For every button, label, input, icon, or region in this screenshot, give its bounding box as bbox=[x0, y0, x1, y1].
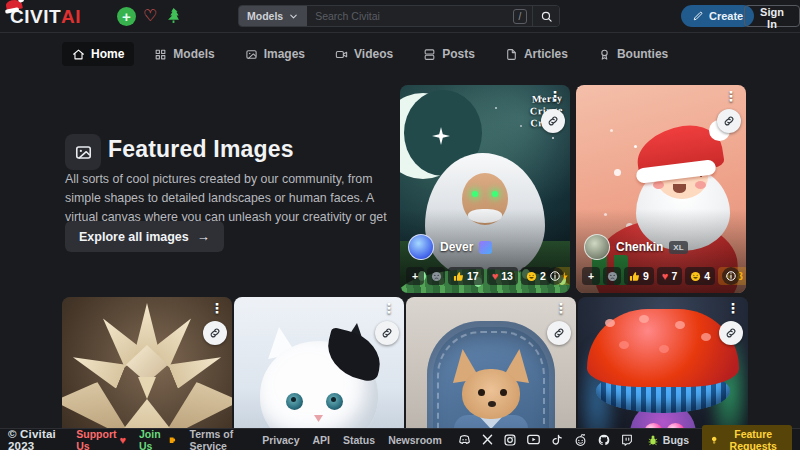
heart-icon: ♥ bbox=[119, 434, 126, 446]
image-icon bbox=[245, 48, 258, 61]
grid-icon bbox=[154, 48, 167, 61]
mushroom-cap bbox=[587, 309, 739, 387]
tab-articles[interactable]: Articles bbox=[495, 42, 578, 66]
avatar bbox=[408, 234, 434, 260]
link-icon bbox=[381, 327, 393, 339]
laugh-icon bbox=[526, 271, 537, 282]
user-badge bbox=[479, 241, 492, 254]
dog-head-shape bbox=[462, 369, 520, 419]
tab-images[interactable]: Images bbox=[235, 42, 315, 66]
tab-label: Models bbox=[173, 47, 214, 61]
reaction-cry[interactable] bbox=[427, 267, 445, 285]
avatar bbox=[584, 234, 610, 260]
video-icon bbox=[335, 48, 348, 61]
link-icon bbox=[553, 327, 565, 339]
search-bar: Models / bbox=[238, 5, 560, 27]
copyright: © Civitai 2023 bbox=[8, 428, 63, 450]
logo-text-ai: AI bbox=[61, 6, 81, 28]
app-footer: © Civitai 2023 Support Us♥ Join Us Terms… bbox=[0, 428, 800, 450]
search-category-label: Models bbox=[247, 10, 283, 22]
reaction-heart[interactable]: ♥13 bbox=[487, 267, 518, 285]
sparkles bbox=[576, 85, 579, 88]
image-card-santa[interactable]: ⋮ Chenkin XL + 9 ♥7 4 8 bbox=[576, 85, 746, 293]
reaction-like[interactable]: 9 bbox=[624, 267, 654, 285]
tab-posts[interactable]: Posts bbox=[413, 42, 485, 66]
username: Dever bbox=[440, 240, 473, 254]
feature-requests-button[interactable]: Feature Requests bbox=[702, 425, 792, 450]
copy-link-button[interactable] bbox=[547, 321, 571, 345]
slash-shortcut-badge: / bbox=[513, 9, 527, 24]
card-menu-button[interactable]: ⋮ bbox=[724, 89, 738, 103]
user-row[interactable]: Chenkin XL bbox=[584, 234, 688, 260]
youtube-icon[interactable] bbox=[526, 432, 541, 447]
cat-eye bbox=[286, 393, 303, 410]
x-icon[interactable] bbox=[481, 433, 494, 446]
footer-link-api[interactable]: API bbox=[313, 434, 331, 446]
civitai-logo[interactable]: CIVITAI bbox=[10, 5, 81, 29]
instagram-icon[interactable] bbox=[503, 433, 517, 447]
cta-label: Explore all images bbox=[79, 230, 189, 244]
tab-videos[interactable]: Videos bbox=[325, 42, 403, 66]
link-icon bbox=[547, 115, 559, 127]
tiktok-icon[interactable] bbox=[550, 433, 564, 447]
tab-models[interactable]: Models bbox=[144, 42, 224, 66]
card-menu-button[interactable]: ⋮ bbox=[382, 301, 396, 315]
footer-link-terms[interactable]: Terms of Service bbox=[190, 428, 250, 450]
footer-link-newsroom[interactable]: Newsroom bbox=[388, 434, 442, 446]
copy-link-button[interactable] bbox=[375, 321, 399, 345]
thumbs-up-icon bbox=[453, 271, 464, 282]
copy-link-button[interactable] bbox=[541, 109, 565, 133]
tab-label: Videos bbox=[354, 47, 393, 61]
home-icon bbox=[72, 48, 85, 61]
cat-eye bbox=[326, 393, 343, 410]
copy-link-button[interactable] bbox=[203, 321, 227, 345]
search-button[interactable] bbox=[532, 6, 559, 26]
christmas-tree-icon[interactable] bbox=[165, 7, 182, 24]
footer-link-support-us[interactable]: Support Us♥ bbox=[76, 428, 126, 450]
link-icon bbox=[725, 327, 737, 339]
bounty-icon bbox=[598, 48, 611, 61]
copy-link-button[interactable] bbox=[717, 109, 741, 133]
bugs-link[interactable]: Bugs bbox=[647, 434, 689, 446]
laugh-icon bbox=[690, 271, 701, 282]
reaction-laugh[interactable]: 4 bbox=[685, 267, 715, 285]
user-row[interactable]: Dever bbox=[408, 234, 492, 260]
wizard-eye bbox=[472, 191, 478, 197]
heart-icon[interactable]: ♡ bbox=[143, 6, 157, 25]
reaction-cry[interactable] bbox=[603, 267, 621, 285]
reaction-heart[interactable]: ♥7 bbox=[657, 267, 682, 285]
tab-label: Articles bbox=[524, 47, 568, 61]
explore-all-images-button[interactable]: Explore all images → bbox=[65, 221, 224, 252]
card-menu-button[interactable]: ⋮ bbox=[210, 301, 224, 315]
add-button[interactable]: + bbox=[117, 7, 136, 26]
github-icon[interactable] bbox=[597, 433, 611, 447]
card-menu-button[interactable]: ⋮ bbox=[554, 301, 568, 315]
discord-icon[interactable] bbox=[457, 432, 472, 447]
twitch-icon[interactable] bbox=[620, 433, 634, 447]
tab-label: Home bbox=[91, 47, 124, 61]
arrow-right-icon: → bbox=[197, 229, 210, 244]
info-button[interactable] bbox=[546, 267, 564, 285]
tab-label: Bounties bbox=[617, 47, 668, 61]
link-icon bbox=[209, 327, 221, 339]
dog-nose bbox=[488, 401, 496, 407]
card-menu-button[interactable]: ⋮ bbox=[548, 89, 562, 103]
footer-link-status[interactable]: Status bbox=[343, 434, 375, 446]
footer-link-privacy[interactable]: Privacy bbox=[262, 434, 299, 446]
add-reaction-button[interactable]: + bbox=[582, 267, 600, 285]
tab-home[interactable]: Home bbox=[62, 42, 134, 66]
copy-link-button[interactable] bbox=[719, 321, 743, 345]
reddit-icon[interactable] bbox=[573, 432, 588, 447]
search-icon bbox=[540, 10, 553, 23]
tab-label: Posts bbox=[442, 47, 475, 61]
sign-in-button[interactable]: Sign In bbox=[744, 5, 800, 27]
footer-link-join-us[interactable]: Join Us bbox=[139, 428, 177, 450]
search-category-select[interactable]: Models bbox=[239, 6, 307, 26]
add-reaction-button[interactable]: + bbox=[406, 267, 424, 285]
card-menu-button[interactable]: ⋮ bbox=[726, 301, 740, 315]
reaction-like[interactable]: 17 bbox=[448, 267, 484, 285]
info-button[interactable] bbox=[722, 267, 740, 285]
image-card-wizard[interactable]: Merry Cringe Cringe ⋮ Dever + 17 ♥13 2 1… bbox=[400, 85, 570, 293]
search-input[interactable] bbox=[307, 6, 513, 26]
tab-bounties[interactable]: Bounties bbox=[588, 42, 678, 66]
